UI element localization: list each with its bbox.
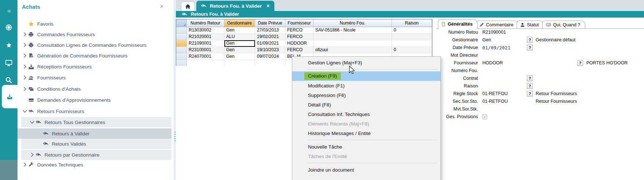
row-selector-cell[interactable] [176, 34, 187, 40]
collapse-sidebar-icon[interactable]: « [0, 4, 18, 17]
column-header-num-ro-fou-[interactable]: Numéro Fou. [313, 19, 392, 27]
field-value[interactable]: 01-RETFOU [482, 99, 508, 104]
menu-item-consultation-inf-techniques[interactable]: Consultation Inf. Techniques [292, 109, 440, 119]
grid-cell[interactable]: Gen [224, 53, 255, 60]
grid-cell[interactable]: 19/10/2023 [255, 47, 285, 53]
nav-item-g-n-ration-de-commandes-fournisseurs[interactable]: Génération de Commandes Fournisseurs [18, 50, 174, 61]
chevron-down-icon[interactable] [28, 121, 36, 124]
grid-cell[interactable]: ALU [224, 34, 255, 40]
help-button[interactable]: ? [577, 60, 583, 66]
menu-item-d-tail-f8-[interactable]: Détail (F8) [292, 100, 440, 109]
nav-item-fournisseurs[interactable]: Fournisseurs [18, 72, 174, 83]
grid-cell[interactable]: R21020001 [187, 34, 224, 40]
grid-cell[interactable]: FERCO [285, 27, 313, 34]
nav-item-commandes-fournisseurs[interactable]: Commandes Fournisseurs [18, 29, 174, 40]
chevron-right-icon[interactable] [21, 87, 28, 91]
home-tab[interactable] [181, 1, 195, 11]
nav-item-r-ceptions-fournisseurs[interactable]: Réceptions Fournisseurs [18, 61, 174, 72]
row-selector-cell[interactable] [176, 53, 187, 60]
receptions-tray-icon[interactable] [2, 85, 18, 108]
panel-tab-g-n-ralit-s[interactable]: Généralités [438, 19, 478, 29]
grid-cell[interactable]: 0 [392, 47, 432, 53]
grid-cell[interactable]: SAV-051866 - Nicole [313, 27, 392, 34]
nav-item-retours-par-gestionnaire[interactable]: Retours par Gestionnaire [18, 150, 174, 160]
tab-retours-fou-a-valider[interactable]: Retours Fou. à Valider × [196, 1, 274, 11]
grid-cell[interactable]: 27/03/2013 [255, 27, 285, 34]
row-selector-cell[interactable] [176, 27, 187, 34]
grid-cell[interactable]: R24070001 [187, 53, 224, 60]
column-header-date-pr-vue[interactable]: Date Prévue [255, 19, 285, 27]
select-all-corner-cell[interactable] [176, 19, 187, 27]
panel-tab-statut[interactable]: Statut [517, 20, 544, 29]
chevron-down-icon[interactable] [21, 110, 28, 113]
row-selector-cell[interactable] [176, 47, 187, 53]
field-value[interactable]: HODOOR [482, 60, 503, 65]
chevron-right-icon[interactable] [21, 43, 28, 47]
column-header-num-ro-retour[interactable]: Numéro Retour [187, 19, 224, 27]
search-icon[interactable] [0, 74, 18, 86]
chevron-right-icon[interactable] [21, 32, 28, 37]
favorites-star-icon[interactable] [0, 39, 18, 51]
grid-cell[interactable]: Gen [224, 40, 255, 47]
grid-cell[interactable]: Gen [224, 27, 255, 34]
chevron-right-icon[interactable] [21, 75, 28, 80]
grid-cell[interactable]: R13030002 [187, 27, 224, 34]
panel-tab-commentaire[interactable]: Commentaire [476, 20, 518, 29]
nav-close-icon[interactable]: × [160, 3, 163, 10]
nav-item-retours-tous-gestionnaires[interactable]: Retours Tous Gestionnaires [18, 117, 174, 127]
menu-item-modification-f1-[interactable]: Modification (F1) [292, 81, 440, 90]
menu-item-historique-messages-entit-[interactable]: Historique Messages / Entité [292, 128, 440, 138]
column-header-fournisseur[interactable]: Fournisseur [285, 19, 313, 27]
row-selector-cell[interactable] [176, 40, 187, 47]
grid-cell[interactable]: 0 [392, 27, 432, 34]
grid-cell[interactable] [313, 34, 392, 40]
grid-cell[interactable]: R21090001 [187, 40, 224, 47]
table-row[interactable]: R21020001ALU19/02/2021FERCO [176, 34, 432, 40]
help-button[interactable]: ? [527, 45, 533, 50]
column-header-gestionnaire[interactable]: Gestionnaire [224, 19, 255, 27]
nav-item-conditions-d-achats[interactable]: Conditions d'Achats [18, 84, 174, 94]
table-row[interactable]: R23100001Gen19/10/2023FERCOofizuui0 [176, 47, 432, 53]
panel-tab-qui-quand-[interactable]: Qui, Quand ? [542, 20, 585, 29]
chevron-right-icon[interactable] [21, 162, 28, 167]
menu-item-nouvelle-t-che[interactable]: Nouvelle Tâche [292, 142, 440, 151]
help-button[interactable]: ? [527, 83, 533, 89]
field-value[interactable]: Gen [482, 37, 491, 42]
table-row[interactable]: R13030002Gen27/03/2013FERCOSAV-051866 - … [176, 27, 432, 34]
help-button[interactable]: ? [527, 75, 533, 81]
grid-cell[interactable]: FERCO [285, 47, 313, 53]
grid-cell[interactable]: R23100001 [187, 47, 224, 53]
grid-cell[interactable]: 19/02/2021 [255, 34, 285, 40]
nav-item-retours-valid-s[interactable]: Retours Validés [18, 139, 174, 149]
menu-item-joindre-un-document[interactable]: Joindre un document [292, 165, 440, 175]
nav-item-consultation-lignes-de-commandes-fournisseurs[interactable]: Consultation Lignes de Commandes Fournis… [18, 40, 174, 50]
table-row[interactable]: R21090001Gen01/09/2021HODOOR [176, 40, 432, 47]
grid-cell[interactable] [392, 34, 432, 40]
field-value[interactable]: R21090001 [482, 30, 506, 35]
nav-item-retours-valider[interactable]: Retours à Valider [18, 128, 174, 139]
help-button[interactable]: ? [527, 37, 533, 43]
nav-item-retours-fournisseurs[interactable]: Retours Fournisseurs [18, 106, 174, 116]
grid-cell[interactable]: ofizuui [313, 47, 392, 53]
grid-cell[interactable]: Gen [224, 47, 255, 53]
desktop-icon[interactable] [0, 57, 18, 69]
chevron-right-icon[interactable] [28, 153, 36, 157]
grid-cell[interactable] [392, 40, 432, 47]
grid-cell[interactable] [313, 40, 392, 47]
grid-cell[interactable]: HODOOR [285, 40, 313, 47]
menu-item-suppression-f6-[interactable]: Suppression (F6) [292, 90, 440, 100]
field-value[interactable]: 01-RETFOU [482, 91, 508, 96]
grid-cell[interactable]: FERCO [285, 34, 313, 40]
grid-cell[interactable]: 01/09/2021 [255, 40, 285, 47]
nav-item-favoris[interactable]: Favoris [18, 19, 174, 29]
menu-item-cr-ation-f9-[interactable]: Création (F9) [292, 71, 440, 81]
column-header-raison[interactable]: Raison [392, 19, 432, 27]
field-value[interactable]: 01/09/2021 [482, 45, 510, 50]
nav-item-demandes-d-approvisionnements[interactable]: Demandes d'Approvisionnements [18, 95, 174, 105]
help-button[interactable]: ? [527, 91, 533, 97]
menu-item-gestion-lignes-maj-f3-[interactable]: Gestion Lignes (Maj+F3) [292, 58, 440, 67]
chevron-right-icon[interactable] [21, 64, 28, 69]
nav-item-donn-es-techniques[interactable]: Données Techniques [18, 160, 174, 170]
chevron-right-icon[interactable] [21, 53, 28, 58]
grid-cell[interactable]: 09/07/2024 [255, 53, 285, 60]
